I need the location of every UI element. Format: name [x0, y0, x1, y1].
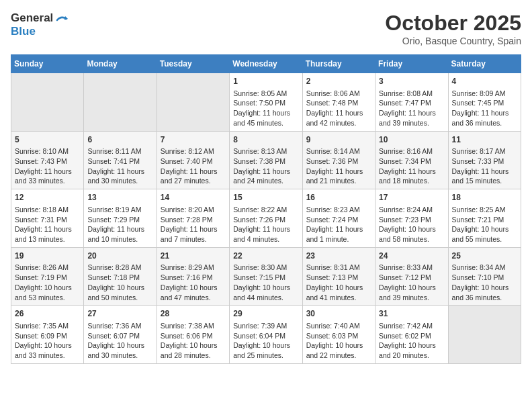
day-number: 30 — [306, 308, 371, 320]
table-row: 30Sunrise: 7:40 AMSunset: 6:03 PMDayligh… — [302, 306, 375, 364]
day-info: Sunrise: 8:05 AMSunset: 7:50 PMDaylight:… — [233, 89, 298, 128]
day-number: 25 — [452, 250, 517, 262]
day-info: Sunrise: 8:24 AMSunset: 7:23 PMDaylight:… — [379, 205, 444, 244]
day-number: 9 — [306, 134, 371, 146]
table-row: 15Sunrise: 8:22 AMSunset: 7:26 PMDayligh… — [230, 189, 302, 248]
day-info: Sunrise: 8:33 AMSunset: 7:12 PMDaylight:… — [379, 263, 444, 302]
calendar-table: Sunday Monday Tuesday Wednesday Thursday… — [11, 54, 521, 364]
header-saturday: Saturday — [448, 55, 521, 73]
table-row — [84, 73, 157, 132]
day-info: Sunrise: 8:14 AMSunset: 7:36 PMDaylight:… — [306, 146, 371, 186]
header-thursday: Thursday — [302, 55, 375, 73]
table-row: 12Sunrise: 8:18 AMSunset: 7:31 PMDayligh… — [11, 189, 84, 248]
day-number: 21 — [161, 250, 226, 262]
logo-general-text: General — [11, 12, 53, 25]
table-row: 26Sunrise: 7:35 AMSunset: 6:09 PMDayligh… — [11, 306, 84, 364]
month-title: October 2025 — [385, 11, 521, 36]
day-info: Sunrise: 8:22 AMSunset: 7:26 PMDaylight:… — [233, 205, 298, 244]
title-area: October 2025 Orio, Basque Country, Spain — [385, 11, 521, 46]
day-number: 1 — [233, 76, 298, 87]
day-number: 3 — [379, 76, 444, 87]
day-number: 12 — [15, 192, 80, 203]
logo-bird-icon — [54, 11, 69, 26]
day-number: 27 — [87, 308, 152, 320]
table-row — [448, 306, 521, 364]
table-row: 10Sunrise: 8:16 AMSunset: 7:34 PMDayligh… — [375, 131, 448, 189]
table-row: 27Sunrise: 7:36 AMSunset: 6:07 PMDayligh… — [84, 306, 157, 364]
day-info: Sunrise: 8:06 AMSunset: 7:48 PMDaylight:… — [306, 89, 371, 128]
table-row: 11Sunrise: 8:17 AMSunset: 7:33 PMDayligh… — [448, 131, 521, 189]
day-info: Sunrise: 8:31 AMSunset: 7:13 PMDaylight:… — [306, 263, 371, 302]
table-row: 7Sunrise: 8:12 AMSunset: 7:40 PMDaylight… — [157, 131, 229, 189]
calendar-header-row: Sunday Monday Tuesday Wednesday Thursday… — [11, 55, 521, 73]
table-row: 28Sunrise: 7:38 AMSunset: 6:06 PMDayligh… — [157, 306, 229, 364]
logo-blue-text: Blue — [11, 26, 69, 38]
day-info: Sunrise: 7:39 AMSunset: 6:04 PMDaylight:… — [233, 321, 298, 361]
day-number: 6 — [87, 134, 152, 146]
day-info: Sunrise: 8:13 AMSunset: 7:38 PMDaylight:… — [233, 146, 298, 186]
day-number: 7 — [161, 134, 226, 146]
day-info: Sunrise: 8:19 AMSunset: 7:29 PMDaylight:… — [87, 205, 152, 244]
header-monday: Monday — [84, 55, 157, 73]
day-number: 11 — [452, 134, 517, 146]
table-row: 24Sunrise: 8:33 AMSunset: 7:12 PMDayligh… — [375, 247, 448, 306]
day-number: 16 — [306, 192, 371, 203]
day-number: 4 — [452, 76, 517, 87]
table-row: 13Sunrise: 8:19 AMSunset: 7:29 PMDayligh… — [84, 189, 157, 248]
week-row-3: 12Sunrise: 8:18 AMSunset: 7:31 PMDayligh… — [11, 189, 521, 248]
day-info: Sunrise: 8:12 AMSunset: 7:40 PMDaylight:… — [161, 146, 226, 186]
day-number: 22 — [233, 250, 298, 262]
table-row: 14Sunrise: 8:20 AMSunset: 7:28 PMDayligh… — [157, 189, 229, 248]
table-row: 1Sunrise: 8:05 AMSunset: 7:50 PMDaylight… — [230, 73, 302, 132]
day-number: 19 — [15, 250, 80, 262]
day-info: Sunrise: 7:38 AMSunset: 6:06 PMDaylight:… — [161, 321, 226, 361]
table-row: 21Sunrise: 8:29 AMSunset: 7:16 PMDayligh… — [157, 247, 229, 306]
day-number: 18 — [452, 192, 517, 203]
day-info: Sunrise: 8:18 AMSunset: 7:31 PMDaylight:… — [15, 205, 80, 244]
day-info: Sunrise: 7:35 AMSunset: 6:09 PMDaylight:… — [15, 321, 80, 361]
header-sunday: Sunday — [11, 55, 84, 73]
table-row: 18Sunrise: 8:25 AMSunset: 7:21 PMDayligh… — [448, 189, 521, 248]
day-number: 5 — [15, 134, 80, 146]
day-number: 23 — [306, 250, 371, 262]
week-row-1: 1Sunrise: 8:05 AMSunset: 7:50 PMDaylight… — [11, 73, 521, 132]
week-row-5: 26Sunrise: 7:35 AMSunset: 6:09 PMDayligh… — [11, 306, 521, 364]
header-wednesday: Wednesday — [230, 55, 302, 73]
day-info: Sunrise: 8:08 AMSunset: 7:47 PMDaylight:… — [379, 89, 444, 128]
table-row — [157, 73, 229, 132]
day-info: Sunrise: 8:17 AMSunset: 7:33 PMDaylight:… — [452, 146, 517, 186]
day-number: 29 — [233, 308, 298, 320]
day-number: 26 — [15, 308, 80, 320]
table-row: 2Sunrise: 8:06 AMSunset: 7:48 PMDaylight… — [302, 73, 375, 132]
day-info: Sunrise: 8:10 AMSunset: 7:43 PMDaylight:… — [15, 146, 80, 186]
table-row: 29Sunrise: 7:39 AMSunset: 6:04 PMDayligh… — [230, 306, 302, 364]
table-row: 16Sunrise: 8:23 AMSunset: 7:24 PMDayligh… — [302, 189, 375, 248]
day-info: Sunrise: 8:29 AMSunset: 7:16 PMDaylight:… — [161, 263, 226, 302]
table-row: 22Sunrise: 8:30 AMSunset: 7:15 PMDayligh… — [230, 247, 302, 306]
day-info: Sunrise: 8:11 AMSunset: 7:41 PMDaylight:… — [87, 146, 152, 186]
day-info: Sunrise: 8:23 AMSunset: 7:24 PMDaylight:… — [306, 205, 371, 244]
day-number: 20 — [87, 250, 152, 262]
day-info: Sunrise: 7:40 AMSunset: 6:03 PMDaylight:… — [306, 321, 371, 361]
day-number: 13 — [87, 192, 152, 203]
table-row: 3Sunrise: 8:08 AMSunset: 7:47 PMDaylight… — [375, 73, 448, 132]
day-number: 10 — [379, 134, 444, 146]
day-info: Sunrise: 8:28 AMSunset: 7:18 PMDaylight:… — [87, 263, 152, 302]
day-info: Sunrise: 8:09 AMSunset: 7:45 PMDaylight:… — [452, 89, 517, 128]
week-row-2: 5Sunrise: 8:10 AMSunset: 7:43 PMDaylight… — [11, 131, 521, 189]
day-info: Sunrise: 7:36 AMSunset: 6:07 PMDaylight:… — [87, 321, 152, 361]
table-row: 6Sunrise: 8:11 AMSunset: 7:41 PMDaylight… — [84, 131, 157, 189]
day-number: 2 — [306, 76, 371, 87]
day-info: Sunrise: 8:34 AMSunset: 7:10 PMDaylight:… — [452, 263, 517, 302]
table-row: 31Sunrise: 7:42 AMSunset: 6:02 PMDayligh… — [375, 306, 448, 364]
day-number: 17 — [379, 192, 444, 203]
table-row: 17Sunrise: 8:24 AMSunset: 7:23 PMDayligh… — [375, 189, 448, 248]
table-row: 23Sunrise: 8:31 AMSunset: 7:13 PMDayligh… — [302, 247, 375, 306]
day-number: 24 — [379, 250, 444, 262]
day-info: Sunrise: 8:25 AMSunset: 7:21 PMDaylight:… — [452, 205, 517, 244]
table-row: 9Sunrise: 8:14 AMSunset: 7:36 PMDaylight… — [302, 131, 375, 189]
day-number: 15 — [233, 192, 298, 203]
table-row — [11, 73, 84, 132]
day-info: Sunrise: 8:30 AMSunset: 7:15 PMDaylight:… — [233, 263, 298, 302]
logo: General Blue — [11, 11, 69, 38]
